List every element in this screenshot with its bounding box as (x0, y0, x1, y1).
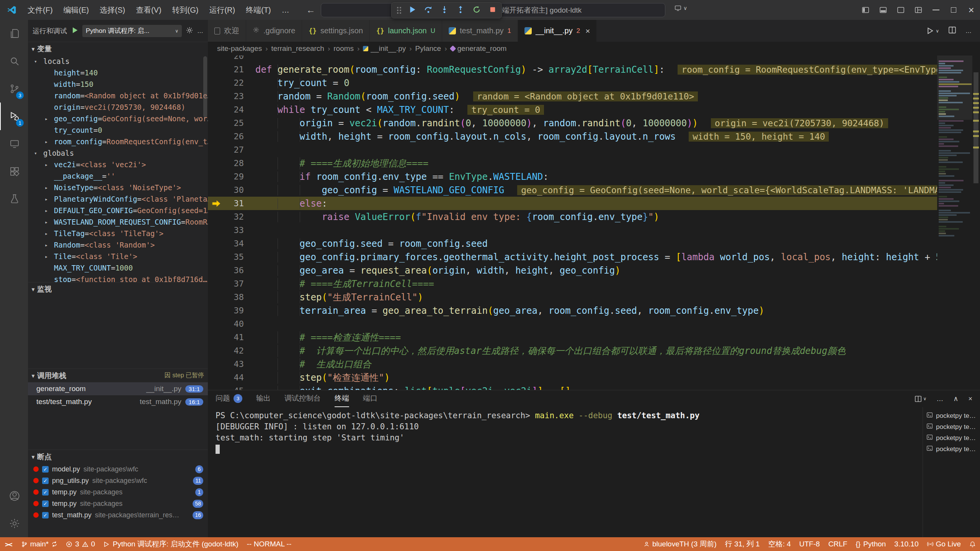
tab-settings.json[interactable]: {}settings.json (302, 20, 370, 42)
continue-button[interactable] (408, 5, 416, 15)
code-line[interactable]: 39 terrain_area = geo_area_to_terrain(ge… (208, 304, 937, 317)
source-control-icon[interactable]: 3 (0, 75, 28, 103)
variable-row[interactable]: origin = vec2i(7205730, 9024468) (28, 101, 208, 113)
menu-item-5[interactable]: 转到(G) (167, 0, 204, 20)
navigate-back-icon[interactable]: ← (306, 5, 315, 15)
breadcrumb-item-Pylance[interactable]: Pylance (415, 44, 441, 53)
code-line[interactable]: 21def generate_room(room_config: RoomReq… (208, 63, 937, 76)
variable-row[interactable]: try_count = 0 (28, 124, 208, 136)
code-line[interactable]: 43 # 生成出口组合 (208, 357, 937, 371)
panel-tab-问题[interactable]: 问题3 (216, 390, 242, 407)
breakpoint-checkbox[interactable]: ✓ (42, 466, 49, 473)
run-python-file-button[interactable]: ∨ (926, 27, 939, 35)
breadcrumb-item-rooms[interactable]: rooms (333, 44, 354, 53)
toggle-primary-sidebar-icon[interactable] (857, 0, 874, 20)
restart-button[interactable] (472, 5, 481, 15)
panel-tab-输出[interactable]: 输出 (256, 390, 271, 407)
panel-tab-端口[interactable]: 端口 (363, 390, 377, 407)
tab-.gdignore[interactable]: .gdignore (246, 20, 302, 42)
debug-config-item[interactable]: Python 调试程序: 启动文件 (godot-ldtk) (99, 537, 242, 551)
breadcrumb-item-__init__.py[interactable]: __init__.py (363, 44, 406, 53)
variable-row[interactable]: __package__ = '' (28, 170, 208, 182)
maximize-panel-icon[interactable]: ∧ (953, 395, 958, 403)
step-into-button[interactable] (440, 5, 449, 15)
menu-item-6[interactable]: 运行(R) (204, 0, 240, 20)
tab-欢迎[interactable]: 欢迎 (208, 20, 246, 42)
variable-row[interactable]: ▸room_config = RoomRequestConfig(env_t… (28, 136, 208, 147)
customize-layout-icon[interactable] (910, 0, 927, 20)
maximize-button[interactable] (945, 0, 962, 20)
watch-header[interactable]: ▾ 监视 (28, 282, 208, 296)
stack-frame[interactable]: generate_room__init__.py31:1 (28, 382, 208, 395)
breakpoint-checkbox[interactable]: ✓ (42, 500, 49, 507)
code-line[interactable]: 45 exit_combinations: list[tuple[vec2i, … (208, 384, 937, 390)
git-branch-item[interactable]: main* (17, 537, 62, 551)
more-menus-button[interactable]: … (276, 0, 295, 20)
more-actions-icon[interactable]: … (965, 28, 972, 34)
breadcrumb-item-site-packages[interactable]: site-packages (217, 44, 262, 53)
debug-settings-gear-icon[interactable] (186, 26, 193, 36)
variable-row[interactable]: width = 150 (28, 78, 208, 90)
breakpoints-header[interactable]: ▾ 断点 (28, 450, 208, 463)
variable-row[interactable]: ▸PlanetaryWindConfig = <class 'Planeta… (28, 193, 208, 205)
scrollbar-thumb[interactable] (973, 72, 978, 183)
problems-item[interactable]: 3 0 (62, 537, 99, 551)
toggle-panel-icon[interactable] (874, 0, 892, 20)
code-line[interactable]: 42 # 计算每一个出口的中心，然后使用astar生成路径，确保每一个出口组合都… (208, 344, 937, 357)
terminal-session-item[interactable]: pocketpy te… (923, 410, 980, 421)
close-window-button[interactable]: × (962, 0, 980, 20)
notifications-bell-icon[interactable] (965, 537, 980, 551)
code-line[interactable]: 33 (208, 223, 937, 237)
eol-item[interactable]: CRLF (824, 537, 852, 551)
tab-test_math.py[interactable]: test_math.py1 (442, 20, 518, 42)
minimap[interactable] (937, 55, 972, 390)
minimize-button[interactable] (927, 0, 945, 20)
variable-row[interactable]: ▸Random = <class 'Random'> (28, 239, 208, 251)
python-version-item[interactable]: 3.10.10 (890, 537, 923, 551)
code-line[interactable]: 34 geo_config.seed = room_config.seed (208, 237, 937, 250)
code-line[interactable]: 30 geo_config = WASTELAND_GEO_CONFIGgeo_… (208, 183, 937, 197)
testing-icon[interactable] (0, 185, 28, 213)
code-line[interactable]: 40 (208, 317, 937, 331)
remote-indicator[interactable]: >< (0, 537, 17, 551)
variable-row[interactable]: ▸TileTag = <class 'TileTag'> (28, 228, 208, 239)
breakpoint-row[interactable]: ✓test_math.pysite-packages\terrain_res…1… (28, 509, 208, 521)
code-line[interactable]: 22 try_count = 0 (208, 76, 937, 90)
breakpoint-row[interactable]: ✓model.pysite-packages\wfc6 (28, 463, 208, 475)
callstack-header[interactable]: ▾ 调用堆栈 因 step 已暂停 (28, 368, 208, 382)
variable-row[interactable]: ▸WASTELAND_ROOM_REQUEST_CONFIG = RoomR… (28, 216, 208, 228)
language-mode-item[interactable]: {} Python (851, 537, 890, 551)
variable-row[interactable]: ▸vec2i = <class 'vec2i'> (28, 159, 208, 170)
editor-scrollbar[interactable] (972, 55, 980, 390)
menu-item-2[interactable]: 编辑(E) (58, 0, 95, 20)
variable-row[interactable]: random = <Random object at 0x1bf9d01e… (28, 90, 208, 101)
encoding-item[interactable]: UTF-8 (795, 537, 824, 551)
scope-row-globals[interactable]: ▾globals (28, 147, 208, 159)
more-actions-icon[interactable]: … (197, 28, 203, 34)
variable-row[interactable]: ▸DEFAULT_GEO_CONFIG = GeoConfig(seed=1… (28, 205, 208, 216)
panel-tab-终端[interactable]: 终端 (335, 390, 349, 407)
code-line[interactable]: 24 while try_count < MAX_TRY_COUNT:try_c… (208, 103, 937, 116)
git-blame-item[interactable]: blueloveTH (3 周前) (639, 537, 721, 551)
breakpoint-checkbox[interactable]: ✓ (42, 478, 49, 484)
remote-explorer-icon[interactable] (0, 130, 28, 158)
drag-handle[interactable] (397, 10, 399, 11)
breakpoint-checkbox[interactable]: ✓ (42, 489, 49, 496)
account-icon[interactable] (0, 482, 28, 510)
extensions-icon[interactable] (0, 158, 28, 185)
terminal-session-item[interactable]: pocketpy te… (923, 432, 980, 443)
split-terminal-icon[interactable]: ∨ (915, 395, 927, 403)
panel-tab-调试控制台[interactable]: 调试控制台 (284, 390, 321, 407)
menu-item-4[interactable]: 查看(V) (131, 0, 167, 20)
explorer-icon[interactable] (0, 20, 28, 47)
code-line[interactable]: 28 # ====生成初始地理信息==== (208, 156, 937, 170)
breadcrumb-item-generate_room[interactable]: generate_room (451, 44, 507, 53)
variable-row[interactable]: ▸geo_config = GeoConfig(seed=None, wor… (28, 113, 208, 124)
terminal-session-item[interactable]: pocketpy te… (923, 443, 980, 455)
menu-item-3[interactable]: 选择(S) (94, 0, 131, 20)
tab-__init__.py[interactable]: __init__.py2× (518, 20, 597, 42)
variable-row[interactable]: ▸Tile = <class 'Tile'> (28, 251, 208, 262)
scope-row-locals[interactable]: ▾locals (28, 55, 208, 67)
remote-window-icon[interactable]: ∨ (675, 5, 687, 11)
split-editor-icon[interactable] (948, 26, 956, 36)
